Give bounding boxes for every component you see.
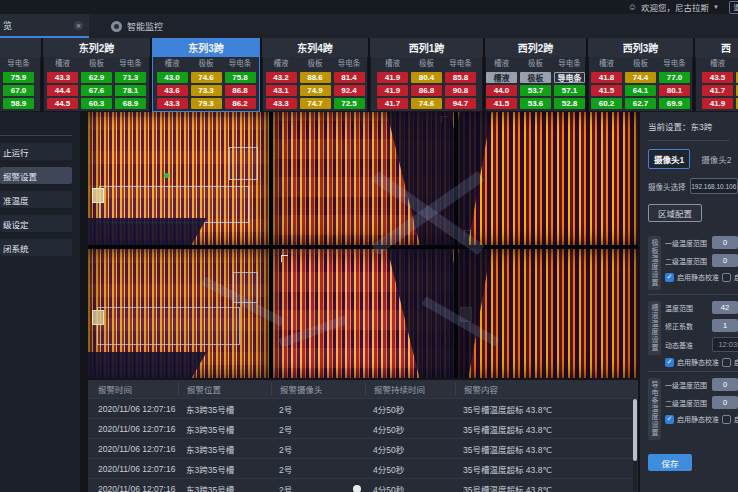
close-icon[interactable]: ✕ — [74, 21, 83, 30]
temp-cell: 71.3 — [115, 72, 146, 83]
temp-column: 导电条77.080.169.9 — [659, 58, 690, 111]
thermal-image-6[interactable] — [458, 249, 638, 378]
temp-cell: 43.5 — [702, 72, 733, 83]
field-label: 一级温度范围 — [665, 238, 709, 248]
region-config-button[interactable]: 区域配置 — [648, 204, 702, 222]
column-header: 极板 — [633, 58, 648, 70]
alarm-cell: 4分50秒 — [365, 443, 455, 455]
span-tab-title: 西列1跨 — [370, 38, 483, 57]
span-tab-跨[interactable]: 跨导电条75.967.058.9 — [0, 38, 41, 112]
sidebar-item-4[interactable]: 级设定 — [0, 215, 72, 232]
tab-camera-2[interactable]: 摄像头2 — [696, 150, 736, 168]
temp-cell: 86.2 — [225, 98, 256, 109]
tab-camera-1[interactable]: 摄像头1 — [648, 149, 690, 169]
span-tab-西[interactable]: 西槽液43.541.741.9 — [695, 38, 738, 112]
roi-box — [99, 186, 249, 223]
temp-cell: 92.4 — [334, 85, 365, 96]
thermal-image-5[interactable] — [273, 249, 454, 378]
checkbox-row: ✓启用静态校准启 — [665, 414, 738, 424]
span-tab-西列1跨[interactable]: 西列1跨槽液41.941.941.7极板80.486.874.6导电条85.89… — [370, 38, 483, 112]
span-tab-table: 槽液43.043.643.3极板74.673.379.3导电条75.886.88… — [152, 57, 260, 112]
static-calibration-label: 启用静态校准 — [677, 357, 719, 367]
field-value-input[interactable]: 12:03:47 — [712, 337, 738, 352]
temp-cell: 41.9 — [702, 98, 733, 109]
temp-cell: 44.0 — [486, 85, 517, 96]
sidebar-item-1[interactable]: 止运行 — [0, 143, 72, 160]
app-title-item[interactable]: 智能监控 — [111, 14, 163, 38]
temp-cell: 73.3 — [191, 85, 222, 96]
temp-cell: 53.7 — [520, 85, 551, 96]
field-value-input[interactable]: 0 — [712, 254, 738, 267]
camera-ip-input[interactable]: 192.168.10.106 — [690, 178, 738, 194]
column-header: 导电条 — [449, 58, 472, 70]
thermal-image-2[interactable] — [273, 112, 454, 245]
column-header: 极板 — [308, 58, 323, 70]
span-tab-西列3跨[interactable]: 西列3跨槽液41.841.560.2极板74.464.162.7导电条77.08… — [588, 38, 693, 112]
field-value-input[interactable]: 0 — [712, 396, 738, 409]
temp-cell: 43.2 — [266, 72, 297, 83]
alarm-cell: 东3跨35号槽 — [178, 443, 271, 455]
temp-cell: 43.0 — [157, 72, 188, 83]
alarm-cell: 东3跨35号槽 — [178, 423, 271, 435]
temp-column: 导电条81.492.472.5 — [334, 58, 365, 111]
temp-cell: 88.6 — [300, 72, 331, 83]
tab-overview[interactable]: 览 ✕ — [0, 14, 89, 38]
temp-cell: 41.5 — [486, 98, 517, 109]
alarm-cell: 2020/11/06 12:07:16 — [88, 444, 178, 454]
sidebar-item-2[interactable]: 报警设置 — [0, 167, 72, 184]
alarm-row[interactable]: 2020/11/06 12:07:16东3跨35号槽2号4分50秒35号槽温度超… — [88, 398, 638, 418]
alarm-cell: 2020/11/06 12:07:16 — [88, 404, 178, 414]
dynamic-calibration-checkbox[interactable] — [722, 415, 731, 424]
temp-cell: 43.1 — [266, 85, 297, 96]
dynamic-calibration-label: 启 — [734, 357, 738, 367]
alarm-row[interactable]: 2020/11/06 12:07:16东3跨35号槽2号4分50秒35号槽温度超… — [88, 478, 638, 492]
thermal-image-1[interactable] — [88, 112, 269, 245]
temp-column: 极板74.673.379.3 — [191, 58, 222, 111]
field-value-input[interactable]: 0 — [712, 378, 738, 391]
static-calibration-checkbox[interactable]: ✓ — [665, 358, 674, 367]
column-header: 极板 — [89, 58, 104, 70]
alarm-cell: 35号槽温度超标 43.8℃ — [455, 483, 638, 492]
user-menu[interactable]: ☺ 欢迎您，尼古拉斯 ▼ — [628, 1, 719, 13]
thermal-image-3[interactable] — [458, 112, 638, 245]
sidebar-item-5[interactable]: 闭系统 — [0, 239, 72, 256]
static-calibration-checkbox[interactable]: ✓ — [665, 415, 674, 424]
dynamic-calibration-checkbox[interactable] — [722, 273, 731, 282]
sidebar-item-3[interactable]: 准温度 — [0, 191, 72, 208]
scrollbar-thumb[interactable] — [633, 399, 637, 461]
alarm-header-cell: 报警内容 — [455, 383, 638, 395]
alarm-row[interactable]: 2020/11/06 12:07:16东3跨35号槽2号4分50秒35号槽温度超… — [88, 418, 638, 438]
thermal-image-4[interactable] — [88, 249, 269, 378]
alarm-row[interactable]: 2020/11/06 12:07:16东3跨35号槽2号4分50秒35号槽温度超… — [88, 438, 638, 458]
field-row: 一级温度范围0 — [665, 236, 738, 249]
roi-box — [233, 272, 259, 302]
span-tab-title: 东列3跨 — [152, 38, 260, 57]
span-tab-title: 西列3跨 — [588, 38, 693, 57]
temp-cell: 60.3 — [81, 98, 112, 109]
span-tab-东列2跨[interactable]: 东列2跨槽液43.344.444.5极板62.967.660.3导电条71.37… — [43, 38, 150, 112]
sidebar-divider — [0, 135, 72, 136]
temp-column: 导电条71.378.168.9 — [115, 58, 146, 111]
roi-label — [92, 188, 104, 203]
span-tab-西列2跨[interactable]: 西列2跨槽液槽液44.041.5极板极板53.753.6导电条导电条57.152… — [485, 38, 586, 112]
column-header: 槽液 — [494, 58, 509, 70]
monitor-icon — [111, 21, 122, 32]
column-header: 极板 — [419, 58, 434, 70]
field-value-input[interactable]: 42 — [712, 301, 738, 314]
alarm-row[interactable]: 2020/11/06 12:07:16东3跨35号槽2号4分50秒35号槽温度超… — [88, 458, 638, 478]
field-value-input[interactable]: 0 — [712, 236, 738, 249]
temp-cell: 75.8 — [225, 72, 256, 83]
scrollbar-track[interactable] — [633, 399, 637, 491]
field-value-input[interactable]: 1 — [712, 319, 738, 332]
column-header: 槽液 — [385, 58, 400, 70]
span-tab-东列3跨[interactable]: 东列3跨槽液43.043.643.3极板74.673.379.3导电条75.88… — [152, 38, 260, 112]
save-button[interactable]: 保存 — [648, 454, 692, 471]
span-tab-东列4跨[interactable]: 东列4跨槽液43.243.143.3极板88.674.974.7导电条81.49… — [262, 38, 368, 112]
column-header: 槽液 — [599, 58, 614, 70]
column-header: 导电条 — [663, 58, 686, 70]
logout-button[interactable]: 退 — [729, 1, 738, 14]
field-row: 二级温度范围0 — [665, 396, 738, 409]
static-calibration-checkbox[interactable]: ✓ — [665, 273, 674, 282]
dynamic-calibration-checkbox[interactable] — [722, 358, 731, 367]
app-title: 智能监控 — [127, 20, 163, 33]
